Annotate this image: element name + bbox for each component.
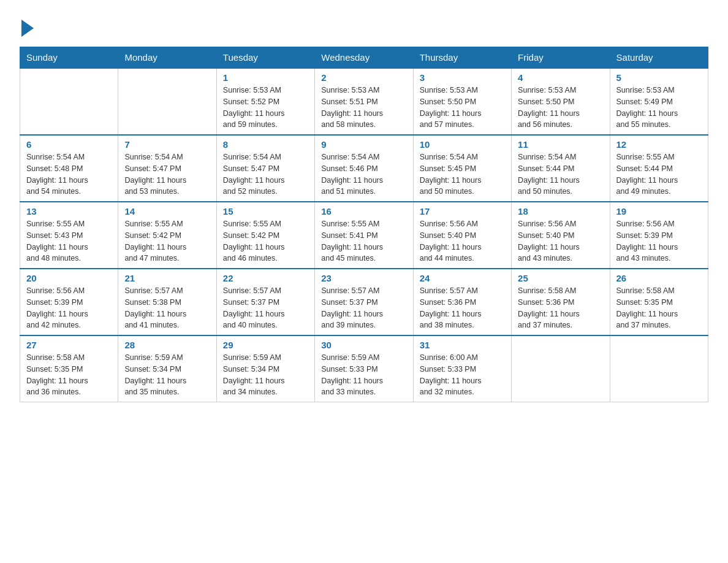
week-row-1: 1Sunrise: 5:53 AM Sunset: 5:52 PM Daylig…: [20, 68, 708, 135]
day-info: Sunrise: 5:55 AM Sunset: 5:42 PM Dayligh…: [223, 218, 308, 264]
day-info: Sunrise: 5:59 AM Sunset: 5:34 PM Dayligh…: [223, 352, 308, 398]
day-number: 9: [321, 139, 406, 150]
calendar-cell: 2Sunrise: 5:53 AM Sunset: 5:51 PM Daylig…: [315, 68, 413, 135]
day-number: 21: [124, 273, 210, 283]
day-number: 15: [223, 206, 308, 216]
day-number: 20: [26, 273, 112, 283]
weekday-header-row: SundayMondayTuesdayWednesdayThursdayFrid…: [20, 47, 708, 69]
day-info: Sunrise: 5:55 AM Sunset: 5:43 PM Dayligh…: [26, 218, 112, 264]
calendar-cell: 13Sunrise: 5:55 AM Sunset: 5:43 PM Dayli…: [20, 202, 118, 269]
day-info: Sunrise: 6:00 AM Sunset: 5:33 PM Dayligh…: [420, 352, 505, 398]
day-number: 24: [420, 273, 505, 283]
calendar-cell: 28Sunrise: 5:59 AM Sunset: 5:34 PM Dayli…: [118, 335, 216, 402]
day-info: Sunrise: 5:53 AM Sunset: 5:50 PM Dayligh…: [518, 85, 603, 131]
day-info: Sunrise: 5:54 AM Sunset: 5:44 PM Dayligh…: [518, 151, 603, 197]
week-row-3: 13Sunrise: 5:55 AM Sunset: 5:43 PM Dayli…: [20, 202, 708, 269]
day-number: 25: [518, 273, 603, 283]
day-number: 28: [124, 340, 210, 350]
day-number: 31: [420, 340, 505, 350]
day-number: 1: [223, 72, 308, 83]
day-number: 5: [616, 72, 702, 83]
calendar-cell: 16Sunrise: 5:55 AM Sunset: 5:41 PM Dayli…: [315, 202, 413, 269]
day-info: Sunrise: 5:58 AM Sunset: 5:35 PM Dayligh…: [616, 285, 702, 331]
calendar-cell: 25Sunrise: 5:58 AM Sunset: 5:36 PM Dayli…: [512, 269, 610, 335]
day-info: Sunrise: 5:53 AM Sunset: 5:49 PM Dayligh…: [616, 85, 702, 131]
weekday-header-wednesday: Wednesday: [315, 47, 413, 69]
calendar-cell: 20Sunrise: 5:56 AM Sunset: 5:39 PM Dayli…: [20, 269, 118, 335]
calendar-cell: 7Sunrise: 5:54 AM Sunset: 5:47 PM Daylig…: [118, 135, 216, 202]
day-info: Sunrise: 5:57 AM Sunset: 5:38 PM Dayligh…: [124, 285, 210, 331]
calendar-cell: 19Sunrise: 5:56 AM Sunset: 5:39 PM Dayli…: [610, 202, 708, 269]
week-row-4: 20Sunrise: 5:56 AM Sunset: 5:39 PM Dayli…: [20, 269, 708, 335]
weekday-header-monday: Monday: [118, 47, 216, 69]
day-number: 30: [321, 340, 406, 350]
logo-arrow-icon: [21, 20, 34, 37]
day-number: 16: [321, 206, 406, 216]
calendar-table: SundayMondayTuesdayWednesdayThursdayFrid…: [20, 47, 708, 402]
week-row-2: 6Sunrise: 5:54 AM Sunset: 5:48 PM Daylig…: [20, 135, 708, 202]
day-info: Sunrise: 5:57 AM Sunset: 5:36 PM Dayligh…: [420, 285, 505, 331]
day-info: Sunrise: 5:56 AM Sunset: 5:40 PM Dayligh…: [518, 218, 603, 264]
day-info: Sunrise: 5:59 AM Sunset: 5:34 PM Dayligh…: [124, 352, 210, 398]
day-number: 10: [420, 139, 505, 150]
calendar-cell: [20, 68, 118, 135]
day-number: 23: [321, 273, 406, 283]
day-info: Sunrise: 5:53 AM Sunset: 5:52 PM Dayligh…: [223, 85, 308, 131]
calendar-cell: 8Sunrise: 5:54 AM Sunset: 5:47 PM Daylig…: [216, 135, 314, 202]
day-number: 3: [420, 72, 505, 83]
calendar-cell: 21Sunrise: 5:57 AM Sunset: 5:38 PM Dayli…: [118, 269, 216, 335]
day-number: 4: [518, 72, 603, 83]
day-info: Sunrise: 5:59 AM Sunset: 5:33 PM Dayligh…: [321, 352, 406, 398]
day-info: Sunrise: 5:53 AM Sunset: 5:50 PM Dayligh…: [420, 85, 505, 131]
calendar-cell: 6Sunrise: 5:54 AM Sunset: 5:48 PM Daylig…: [20, 135, 118, 202]
day-number: 13: [26, 206, 112, 216]
calendar-cell: 15Sunrise: 5:55 AM Sunset: 5:42 PM Dayli…: [216, 202, 314, 269]
header: [20, 15, 708, 37]
calendar-cell: [610, 335, 708, 402]
day-number: 18: [518, 206, 603, 216]
day-info: Sunrise: 5:54 AM Sunset: 5:48 PM Dayligh…: [26, 151, 112, 197]
day-info: Sunrise: 5:55 AM Sunset: 5:42 PM Dayligh…: [124, 218, 210, 264]
calendar-cell: [512, 335, 610, 402]
day-number: 12: [616, 139, 702, 150]
day-number: 14: [124, 206, 210, 216]
day-info: Sunrise: 5:56 AM Sunset: 5:39 PM Dayligh…: [616, 218, 702, 264]
day-info: Sunrise: 5:57 AM Sunset: 5:37 PM Dayligh…: [223, 285, 308, 331]
calendar-cell: 23Sunrise: 5:57 AM Sunset: 5:37 PM Dayli…: [315, 269, 413, 335]
week-row-5: 27Sunrise: 5:58 AM Sunset: 5:35 PM Dayli…: [20, 335, 708, 402]
day-info: Sunrise: 5:54 AM Sunset: 5:47 PM Dayligh…: [124, 151, 210, 197]
calendar-cell: 1Sunrise: 5:53 AM Sunset: 5:52 PM Daylig…: [216, 68, 314, 135]
day-info: Sunrise: 5:56 AM Sunset: 5:39 PM Dayligh…: [26, 285, 112, 331]
day-number: 22: [223, 273, 308, 283]
weekday-header-thursday: Thursday: [413, 47, 511, 69]
weekday-header-sunday: Sunday: [20, 47, 118, 69]
day-info: Sunrise: 5:58 AM Sunset: 5:35 PM Dayligh…: [26, 352, 112, 398]
calendar-cell: 18Sunrise: 5:56 AM Sunset: 5:40 PM Dayli…: [512, 202, 610, 269]
day-number: 17: [420, 206, 505, 216]
day-number: 26: [616, 273, 702, 283]
day-info: Sunrise: 5:55 AM Sunset: 5:44 PM Dayligh…: [616, 151, 702, 197]
calendar-cell: [118, 68, 216, 135]
day-number: 8: [223, 139, 308, 150]
calendar-cell: 31Sunrise: 6:00 AM Sunset: 5:33 PM Dayli…: [413, 335, 511, 402]
day-info: Sunrise: 5:58 AM Sunset: 5:36 PM Dayligh…: [518, 285, 603, 331]
weekday-header-friday: Friday: [512, 47, 610, 69]
calendar-cell: 27Sunrise: 5:58 AM Sunset: 5:35 PM Dayli…: [20, 335, 118, 402]
calendar-cell: 9Sunrise: 5:54 AM Sunset: 5:46 PM Daylig…: [315, 135, 413, 202]
day-info: Sunrise: 5:54 AM Sunset: 5:46 PM Dayligh…: [321, 151, 406, 197]
weekday-header-saturday: Saturday: [610, 47, 708, 69]
day-number: 19: [616, 206, 702, 216]
calendar-cell: 24Sunrise: 5:57 AM Sunset: 5:36 PM Dayli…: [413, 269, 511, 335]
calendar-cell: 29Sunrise: 5:59 AM Sunset: 5:34 PM Dayli…: [216, 335, 314, 402]
calendar-cell: 10Sunrise: 5:54 AM Sunset: 5:45 PM Dayli…: [413, 135, 511, 202]
calendar-cell: 3Sunrise: 5:53 AM Sunset: 5:50 PM Daylig…: [413, 68, 511, 135]
calendar-cell: 11Sunrise: 5:54 AM Sunset: 5:44 PM Dayli…: [512, 135, 610, 202]
calendar-cell: 14Sunrise: 5:55 AM Sunset: 5:42 PM Dayli…: [118, 202, 216, 269]
calendar-cell: 17Sunrise: 5:56 AM Sunset: 5:40 PM Dayli…: [413, 202, 511, 269]
logo: [20, 15, 34, 37]
calendar-cell: 26Sunrise: 5:58 AM Sunset: 5:35 PM Dayli…: [610, 269, 708, 335]
weekday-header-tuesday: Tuesday: [216, 47, 314, 69]
calendar-cell: 5Sunrise: 5:53 AM Sunset: 5:49 PM Daylig…: [610, 68, 708, 135]
day-info: Sunrise: 5:56 AM Sunset: 5:40 PM Dayligh…: [420, 218, 505, 264]
day-info: Sunrise: 5:57 AM Sunset: 5:37 PM Dayligh…: [321, 285, 406, 331]
